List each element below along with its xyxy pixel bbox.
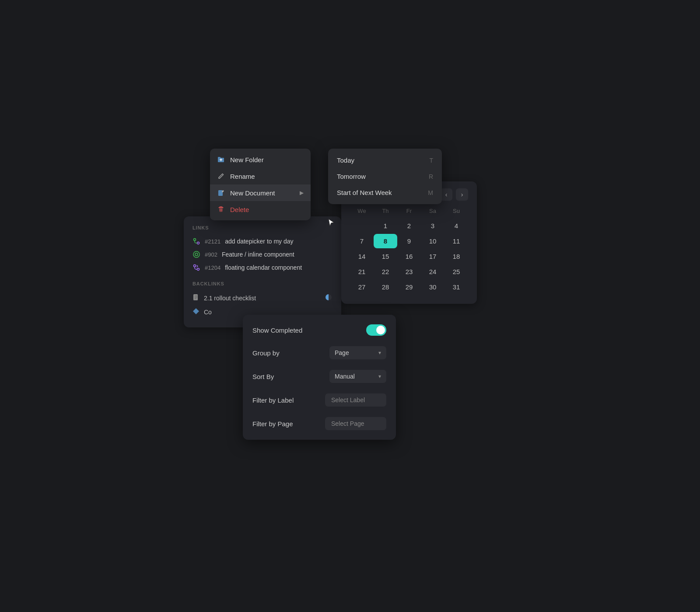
- cal-day-31[interactable]: 31: [444, 280, 468, 294]
- svg-point-5: [194, 265, 196, 267]
- group-by-value: Page: [335, 349, 349, 356]
- cal-day-14[interactable]: 14: [350, 249, 374, 264]
- link-item-902[interactable]: #902 Feature / inline component: [192, 248, 332, 261]
- settings-show-completed: Show Completed: [243, 319, 396, 341]
- delete-label: Delete: [230, 206, 249, 213]
- settings-panel: Show Completed Group by Page ▾ Sort By M…: [243, 315, 396, 440]
- svg-point-3: [193, 251, 200, 257]
- next-week-label: Start of Next Week: [337, 189, 392, 196]
- date-tomorrow[interactable]: Tomorrow R: [328, 168, 442, 184]
- toggle-thumb: [376, 326, 385, 334]
- half-moon-icon: [325, 293, 332, 303]
- cal-header-we: We: [350, 206, 374, 216]
- doc-edit-icon: [217, 189, 225, 197]
- cal-day-10[interactable]: 10: [421, 234, 444, 248]
- new-folder-label: New Folder: [230, 156, 264, 163]
- calendar-row-2: 7 8 9 10 11: [350, 234, 468, 248]
- link-text-1204: floating calendar component: [225, 264, 302, 271]
- cal-day-29[interactable]: 29: [397, 280, 421, 294]
- cal-day-15[interactable]: 15: [374, 249, 397, 264]
- filter-label-placeholder: Select Label: [331, 396, 365, 403]
- cal-day-7[interactable]: 7: [350, 234, 374, 248]
- context-menu-new-folder[interactable]: New Folder: [210, 151, 311, 168]
- date-quick-panel: Today T Tomorrow R Start of Next Week M: [328, 149, 442, 204]
- cal-day-18[interactable]: 18: [444, 249, 468, 264]
- link-item-2121[interactable]: #2121 add datepicker to my day: [192, 235, 332, 248]
- link-id-2121: #2121: [205, 238, 220, 245]
- cal-empty: [350, 219, 374, 233]
- cal-day-21[interactable]: 21: [350, 264, 374, 279]
- folder-plus-icon: [217, 156, 225, 163]
- calendar-row-5: 27 28 29 30 31: [350, 280, 468, 294]
- cal-day-17[interactable]: 17: [421, 249, 444, 264]
- backlink-rollout-text: 2.1 rollout checklist: [204, 295, 256, 302]
- issue-icon: [192, 250, 200, 258]
- svg-point-2: [197, 242, 200, 244]
- filter-label-button[interactable]: Select Label: [325, 393, 386, 407]
- calendar-header-row: We Th Fr Sa Su: [350, 206, 468, 216]
- sort-by-value: Manual: [335, 373, 355, 380]
- date-today[interactable]: Today T: [328, 152, 442, 168]
- settings-filter-page: Filter by Page Select Page: [243, 412, 396, 435]
- filter-page-label: Filter by Page: [252, 420, 293, 428]
- backlinks-section-header: BACKLINKS: [192, 281, 332, 286]
- cal-header-fr: Fr: [397, 206, 421, 216]
- context-menu: New Folder Rename New Document ▶: [210, 149, 311, 220]
- group-by-arrow-icon: ▾: [378, 350, 381, 356]
- settings-filter-label: Filter by Label Select Label: [243, 388, 396, 412]
- group-by-label: Group by: [252, 349, 280, 357]
- doc-icon: [192, 294, 200, 302]
- svg-point-4: [195, 253, 198, 256]
- cal-header-th: Th: [374, 206, 397, 216]
- calendar-row-4: 21 22 23 24 25: [350, 264, 468, 279]
- backlink-rollout[interactable]: 2.1 rollout checklist: [192, 291, 332, 305]
- svg-point-1: [194, 239, 196, 241]
- cal-day-23[interactable]: 23: [397, 264, 421, 279]
- filter-page-placeholder: Select Page: [331, 420, 364, 427]
- tomorrow-shortcut: R: [429, 173, 433, 180]
- context-menu-new-document[interactable]: New Document ▶: [210, 184, 311, 201]
- calendar-prev-button[interactable]: ‹: [440, 188, 452, 201]
- link-id-902: #902: [205, 251, 217, 258]
- cal-header-su: Su: [444, 206, 468, 216]
- calendar-row-1: 1 2 3 4: [350, 219, 468, 233]
- cal-day-22[interactable]: 22: [374, 264, 397, 279]
- date-next-week[interactable]: Start of Next Week M: [328, 184, 442, 201]
- svg-point-6: [197, 268, 200, 271]
- cal-day-9[interactable]: 9: [397, 234, 421, 248]
- sort-by-dropdown[interactable]: Manual ▾: [329, 370, 386, 383]
- links-panel: LINKS #2121 add datepicker to my day #90…: [184, 216, 341, 327]
- new-document-label: New Document: [230, 189, 275, 197]
- sort-by-arrow-icon: ▾: [378, 373, 381, 379]
- context-menu-rename[interactable]: Rename: [210, 168, 311, 184]
- backlink-co-text: Co: [204, 309, 212, 316]
- cal-day-8-today[interactable]: 8: [374, 234, 397, 248]
- cal-day-28[interactable]: 28: [374, 280, 397, 294]
- cal-day-16[interactable]: 16: [397, 249, 421, 264]
- link-text-902: Feature / inline component: [222, 251, 294, 258]
- context-menu-delete[interactable]: Delete: [210, 201, 311, 218]
- link-id-1204: #1204: [205, 264, 220, 271]
- submenu-arrow-icon: ▶: [300, 190, 304, 196]
- diamond-icon: [192, 308, 200, 316]
- calendar-next-button[interactable]: ›: [456, 188, 468, 201]
- link-item-1204[interactable]: #1204 floating calendar component: [192, 261, 332, 274]
- cal-day-30[interactable]: 30: [421, 280, 444, 294]
- cal-day-1[interactable]: 1: [374, 219, 397, 233]
- cal-day-2[interactable]: 2: [397, 219, 421, 233]
- cal-header-sa: Sa: [421, 206, 444, 216]
- cal-day-27[interactable]: 27: [350, 280, 374, 294]
- group-by-dropdown[interactable]: Page ▾: [329, 346, 386, 359]
- cal-day-11[interactable]: 11: [444, 234, 468, 248]
- rename-label: Rename: [230, 173, 255, 180]
- cal-day-25[interactable]: 25: [444, 264, 468, 279]
- cal-day-24[interactable]: 24: [421, 264, 444, 279]
- next-week-shortcut: M: [428, 189, 433, 196]
- cal-day-4[interactable]: 4: [444, 219, 468, 233]
- calendar-row-3: 14 15 16 17 18: [350, 249, 468, 264]
- show-completed-toggle[interactable]: [366, 324, 386, 336]
- today-shortcut: T: [429, 157, 433, 164]
- filter-page-button[interactable]: Select Page: [325, 417, 386, 430]
- cal-day-3[interactable]: 3: [421, 219, 444, 233]
- calendar-grid: We Th Fr Sa Su 1 2 3 4 7 8 9 10 11: [350, 206, 468, 294]
